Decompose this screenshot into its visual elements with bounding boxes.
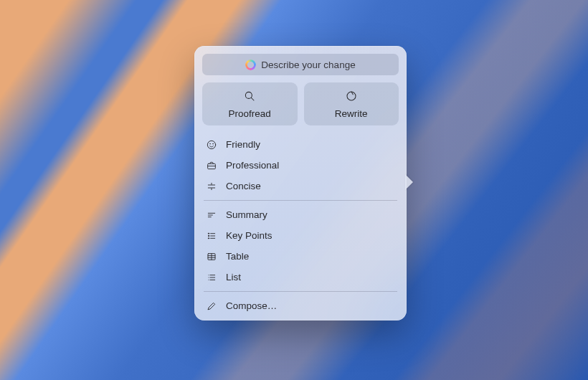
magnifier-icon — [243, 90, 256, 105]
svg-point-16 — [208, 233, 209, 234]
format-keypoints-label: Key Points — [226, 230, 272, 241]
pencil-icon — [205, 300, 217, 312]
rewrite-label: Rewrite — [335, 108, 368, 119]
svg-point-4 — [207, 141, 215, 148]
svg-point-5 — [209, 143, 210, 144]
format-summary[interactable]: Summary — [202, 204, 399, 225]
format-list-label: List — [226, 272, 241, 282]
apple-intelligence-icon — [245, 60, 256, 70]
svg-point-18 — [208, 235, 209, 236]
tone-professional[interactable]: Professional — [202, 155, 399, 176]
svg-point-2 — [347, 92, 356, 100]
tone-friendly-label: Friendly — [226, 139, 260, 150]
table-icon — [205, 251, 217, 262]
rewrite-button[interactable]: Rewrite — [304, 82, 399, 125]
list-icon — [205, 272, 217, 283]
svg-point-20 — [208, 237, 209, 238]
bullet-list-icon — [205, 230, 217, 242]
format-keypoints[interactable]: Key Points — [202, 225, 399, 246]
format-table[interactable]: Table — [202, 246, 399, 267]
tone-friendly[interactable]: Friendly — [202, 134, 399, 155]
describe-change-placeholder: Describe your change — [261, 60, 355, 70]
popover-arrow — [405, 174, 413, 190]
summary-icon — [205, 209, 217, 221]
tone-professional-label: Professional — [226, 160, 279, 171]
rewrite-icon — [345, 90, 358, 105]
tone-concise-label: Concise — [226, 181, 261, 191]
briefcase-icon — [205, 160, 217, 171]
divider — [204, 200, 397, 201]
smiley-icon — [205, 139, 217, 151]
tone-concise[interactable]: Concise — [202, 176, 399, 196]
writing-tools-panel: Describe your change Proofread Rewrite — [194, 46, 407, 320]
proofread-button[interactable]: Proofread — [202, 82, 298, 125]
divider — [204, 291, 397, 292]
format-table-label: Table — [226, 251, 249, 262]
compose-item[interactable]: Compose… — [202, 295, 399, 316]
format-summary-label: Summary — [226, 209, 267, 220]
svg-point-6 — [212, 143, 213, 144]
compose-label: Compose… — [226, 300, 277, 311]
proofread-label: Proofread — [229, 108, 271, 119]
format-list[interactable]: List — [202, 267, 399, 288]
describe-change-field[interactable]: Describe your change — [202, 54, 399, 75]
svg-line-1 — [252, 98, 255, 100]
concise-icon — [205, 181, 217, 192]
